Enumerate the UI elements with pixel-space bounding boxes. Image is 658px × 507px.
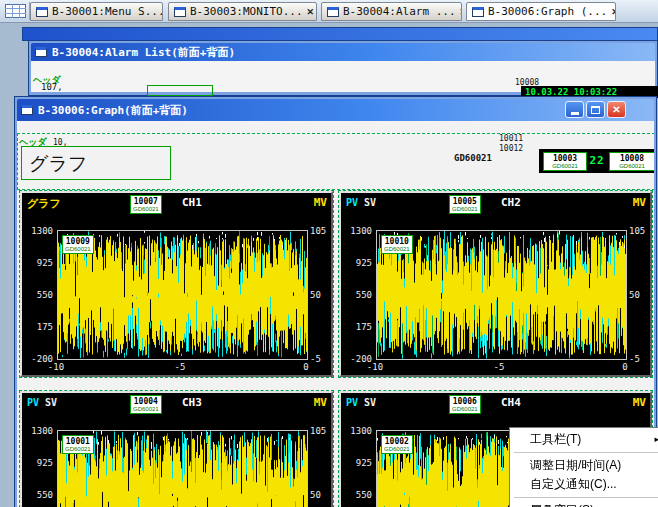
- x-axis-tick: -10: [44, 362, 68, 372]
- tab-label: B-30006:Graph (...: [488, 5, 607, 18]
- unit-label: MV: [633, 196, 646, 209]
- object-id-text: 107,: [41, 82, 63, 92]
- menu-item-cascade-windows[interactable]: 层叠窗口(S): [512, 501, 658, 507]
- maximize-button[interactable]: [586, 101, 605, 118]
- tab-b30001[interactable]: B-30001:Menu S... ✕: [30, 2, 163, 21]
- alarm-list-window: B-30004:Alarm List(前面+背面) ヘッダ 107, 10008…: [28, 40, 658, 96]
- grid-icon[interactable]: [5, 4, 27, 19]
- channel-title: CH2: [501, 196, 545, 209]
- y-axis-tick: 105: [310, 426, 334, 436]
- screen-title: グラフ: [29, 151, 170, 177]
- x-axis-tick: -5: [168, 362, 192, 372]
- y-axis-tick: 50: [310, 490, 334, 500]
- tab-label: B-30001:Menu S...: [52, 5, 163, 18]
- chart-panel-ch2[interactable]: PVSV CH2 MV 10005GD60021 10010GD60021 13…: [339, 191, 652, 377]
- chart-panel-ch1[interactable]: グラフ CH1 MV 10007GD60021 10009GD60021 130…: [20, 191, 333, 377]
- channel-title: CH1: [182, 196, 226, 209]
- y-axis-tick: 925: [341, 258, 372, 268]
- y-axis-tick: 925: [341, 458, 372, 468]
- object-id-text: 10011: [499, 134, 523, 143]
- object-id-tag[interactable]: 10002GD60021: [381, 435, 413, 454]
- object-id-tag[interactable]: 10004GD60021: [130, 395, 162, 414]
- menu-separator: [514, 497, 658, 498]
- y-axis-tick: 550: [22, 490, 53, 500]
- tab-label: B-30004:Alarm ...: [343, 5, 456, 18]
- menu-separator: [514, 452, 658, 453]
- pv-sv-legend: PVSV: [346, 197, 376, 208]
- object-id-tag[interactable]: 10001GD60021: [62, 435, 94, 454]
- window-icon: [327, 7, 339, 17]
- close-button[interactable]: ✕: [607, 101, 626, 118]
- object-id-text: 10012: [499, 144, 523, 153]
- tab-label: B-30003:MONITO...: [190, 5, 303, 18]
- minimize-button[interactable]: [565, 101, 584, 118]
- channel-title: CH3: [182, 396, 226, 409]
- tab-close-icon[interactable]: ✕: [460, 7, 462, 17]
- trend-noise-canvas: [58, 231, 307, 359]
- y-axis-tick: 1300: [22, 226, 53, 236]
- window-icon: [174, 7, 186, 17]
- menu-item-customize-notifications[interactable]: 自定义通知(C)...: [512, 475, 658, 494]
- window-icon: [35, 47, 47, 57]
- pv-sv-legend: PVSV: [27, 397, 57, 408]
- trend-plot: [57, 230, 308, 360]
- background-window-titlebar[interactable]: [22, 27, 658, 41]
- window-icon: [36, 7, 48, 17]
- tab-b30003[interactable]: B-30003:MONITO... ✕: [168, 2, 317, 21]
- y-axis-tick: 550: [22, 290, 53, 300]
- trend-plot: [376, 230, 627, 360]
- caption-buttons: ✕: [565, 101, 626, 118]
- y-axis-tick: 1300: [22, 426, 53, 436]
- y-axis-tick: 925: [22, 258, 53, 268]
- menu-item-toolbars[interactable]: 工具栏(T) ▸: [512, 430, 658, 449]
- object-id-tag[interactable]: 10008GD60021: [609, 152, 654, 171]
- y-axis-tick: 1300: [341, 426, 372, 436]
- y-axis-tick: 50: [629, 290, 653, 300]
- object-id-tag[interactable]: 10003GD60021: [543, 152, 587, 171]
- window-title: B-30004:Alarm List(前面+背面): [52, 45, 235, 60]
- x-axis-tick: -5: [487, 362, 511, 372]
- channel-title: CH4: [501, 396, 545, 409]
- pv-sv-legend: PVSV: [346, 397, 376, 408]
- window-icon: [21, 105, 33, 115]
- tab-bar: B-30001:Menu S... ✕ B-30003:MONITO... ✕ …: [0, 0, 658, 23]
- tab-close-icon[interactable]: ✕: [611, 7, 616, 17]
- trend-noise-canvas: [377, 231, 626, 359]
- y-axis-tick: 550: [341, 290, 372, 300]
- alarm-window-titlebar[interactable]: B-30004:Alarm List(前面+背面): [31, 43, 655, 61]
- y-axis-tick: 105: [629, 226, 653, 236]
- submenu-arrow-icon: ▸: [654, 430, 658, 449]
- field-box[interactable]: [147, 85, 213, 96]
- y-axis-tick: 550: [341, 490, 372, 500]
- trend-plot: [57, 430, 308, 507]
- alarm-window-content: ヘッダ 107, 10008 10.03.22 10:03:22: [31, 61, 655, 92]
- graph-window-titlebar[interactable]: B-30006:Graph(前面+背面) ✕: [17, 99, 654, 121]
- pv-sv-legend: [27, 197, 33, 208]
- object-id-tag[interactable]: 10007GD60021: [130, 195, 162, 214]
- y-axis-tick: 925: [22, 458, 53, 468]
- object-id-tag[interactable]: 10005GD60021: [449, 195, 481, 214]
- x-axis-tick: -10: [363, 362, 387, 372]
- menu-item-adjust-datetime[interactable]: 调整日期/时间(A): [512, 456, 658, 475]
- window-title: B-30006:Graph(前面+背面): [38, 103, 188, 118]
- unit-label: MV: [314, 196, 327, 209]
- screen-title-box[interactable]: グラフ: [21, 146, 171, 180]
- tab-b30004[interactable]: B-30004:Alarm ... ✕: [321, 2, 462, 21]
- object-id-tag[interactable]: 10010GD60021: [381, 235, 413, 254]
- x-axis-tick: 0: [294, 362, 318, 372]
- trend-noise-canvas: [58, 431, 307, 507]
- unit-label: MV: [314, 396, 327, 409]
- object-id-tag[interactable]: 10009GD60021: [62, 235, 94, 254]
- unit-label: MV: [633, 396, 646, 409]
- y-axis-tick: 1300: [341, 226, 372, 236]
- object-id-tag[interactable]: 10006GD60021: [449, 395, 481, 414]
- y-axis-tick: 50: [310, 290, 334, 300]
- y-axis-tick: 175: [341, 322, 372, 332]
- context-menu: 工具栏(T) ▸ 调整日期/时间(A) 自定义通知(C)... 层叠窗口(S): [509, 427, 658, 507]
- tab-b30006[interactable]: B-30006:Graph (... ✕: [466, 2, 616, 21]
- tab-close-icon[interactable]: ✕: [307, 7, 315, 17]
- y-axis-tick: 105: [310, 226, 334, 236]
- device-label: GD60021: [454, 153, 492, 163]
- chart-panel-ch3[interactable]: PVSV CH3 MV 10004GD60021 10001GD60021 13…: [20, 391, 333, 507]
- x-axis-tick: 0: [613, 362, 637, 372]
